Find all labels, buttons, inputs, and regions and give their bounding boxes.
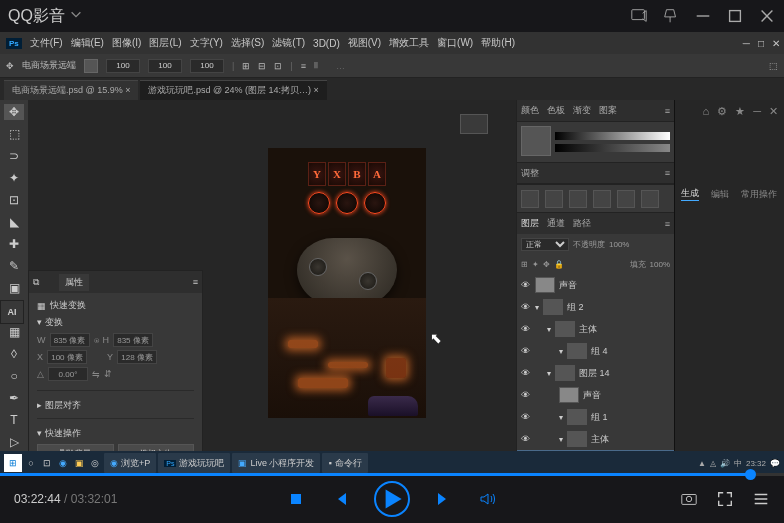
visibility-icon[interactable]: 👁 (519, 345, 531, 357)
distribute-icon[interactable]: ⫴ (314, 60, 318, 71)
prev-button[interactable] (330, 489, 350, 509)
lock-icon[interactable]: ✥ (543, 260, 550, 269)
path-tool[interactable]: ▷ (4, 434, 24, 450)
visibility-icon[interactable]: 👁 (519, 301, 531, 313)
adjustment-preset[interactable] (521, 190, 539, 208)
taskbar-item[interactable]: Ps游戏玩玩吧 (158, 453, 230, 473)
y-input[interactable] (117, 350, 157, 364)
visibility-icon[interactable]: 👁 (519, 411, 531, 423)
pattern-tab[interactable]: 图案 (599, 104, 617, 117)
start-button[interactable]: ⊞ (4, 454, 22, 472)
tool-preset-icon[interactable]: ✥ (6, 61, 14, 71)
menu-item[interactable]: 3D(D) (313, 38, 340, 49)
align-icon[interactable]: ⊟ (258, 61, 266, 71)
explorer-icon[interactable]: ▣ (72, 456, 86, 470)
opt-input[interactable] (190, 59, 224, 73)
chevron-icon[interactable]: ▾ (535, 303, 539, 312)
angle-input[interactable] (48, 367, 88, 381)
marquee-tool[interactable]: ⬚ (4, 126, 24, 142)
pin-icon[interactable] (662, 7, 680, 25)
flip-h-icon[interactable]: ⇋ (92, 369, 100, 379)
notification-icon[interactable]: 💬 (770, 459, 780, 468)
menu-item[interactable]: 文字(Y) (190, 36, 223, 50)
far-tab[interactable]: 编辑 (711, 188, 729, 201)
gradient-tool[interactable]: ▦ (4, 324, 24, 340)
star-icon[interactable]: ★ (735, 105, 745, 118)
stop-button[interactable] (286, 489, 306, 509)
panel-dock-icon[interactable]: ⧉ (33, 277, 39, 288)
panel-menu-icon[interactable]: ≡ (665, 168, 670, 178)
taskbar-item[interactable]: ▣Live 小程序开发 (232, 453, 320, 473)
inner-maximize-icon[interactable]: □ (758, 38, 764, 49)
adjustment-preset[interactable] (617, 190, 635, 208)
chevron-icon[interactable]: ▾ (559, 413, 563, 422)
move-tool[interactable]: ✥ (4, 104, 24, 120)
chevron-icon[interactable]: ▾ (559, 347, 563, 356)
layer-row[interactable]: 👁声音 (517, 274, 674, 296)
snapshot-button[interactable] (680, 490, 698, 508)
properties-tab[interactable]: 属性 (59, 274, 89, 291)
menu-item[interactable]: 图层(L) (149, 36, 181, 50)
opt-input[interactable] (106, 59, 140, 73)
lock-icon[interactable]: ✦ (532, 260, 539, 269)
blur-tool[interactable]: ◊ (4, 346, 24, 362)
visibility-icon[interactable]: 👁 (519, 323, 531, 335)
x-input[interactable] (47, 350, 87, 364)
navigator-thumb[interactable] (460, 114, 488, 134)
visibility-icon[interactable]: 👁 (519, 433, 531, 445)
visibility-icon[interactable]: 👁 (519, 389, 531, 401)
fill-value[interactable]: 100% (650, 260, 670, 269)
minimize-icon[interactable] (694, 7, 712, 25)
menu-item[interactable]: 帮助(H) (481, 36, 515, 50)
document-tab[interactable]: 游戏玩玩吧.psd @ 24% (图层 14:拷贝…) × (140, 80, 326, 100)
menu-item[interactable]: 视图(V) (348, 36, 381, 50)
layers-tab[interactable]: 图层 (521, 217, 539, 230)
menu-item[interactable]: 增效工具 (389, 36, 429, 50)
link-icon[interactable]: ⍟ (94, 335, 99, 345)
playlist-button[interactable] (752, 490, 770, 508)
lasso-tool[interactable]: ⊃ (4, 148, 24, 164)
canvas[interactable]: Y X B A (268, 148, 426, 418)
pen-tool[interactable]: ✒ (4, 390, 24, 406)
3d-mode-icon[interactable]: ⬚ (769, 61, 778, 71)
dodge-tool[interactable]: ○ (4, 368, 24, 384)
panel-menu-icon[interactable]: ≡ (193, 277, 198, 287)
close-icon[interactable]: ✕ (769, 105, 778, 118)
close-icon[interactable] (758, 7, 776, 25)
color-tab[interactable]: 颜色 (521, 104, 539, 117)
maximize-icon[interactable] (726, 7, 744, 25)
eyedropper-tool[interactable]: ◣ (4, 214, 24, 230)
menu-item[interactable]: 编辑(E) (71, 36, 104, 50)
chrome-icon[interactable]: ◎ (88, 456, 102, 470)
align-icon[interactable]: ⊞ (242, 61, 250, 71)
hue-slider[interactable] (555, 132, 670, 140)
heal-tool[interactable]: ✚ (4, 236, 24, 252)
canvas-area[interactable]: Y X B A ⬉ (28, 100, 516, 475)
layer-row[interactable]: 👁▾组 2 (517, 296, 674, 318)
ime-icon[interactable]: 中 (734, 458, 742, 469)
volume-icon[interactable]: 🔊 (720, 459, 730, 468)
menu-item[interactable]: 文件(F) (30, 36, 63, 50)
foreground-swatch[interactable] (521, 126, 551, 156)
wifi-icon[interactable]: ◬ (710, 459, 716, 468)
far-tab[interactable]: 常用操作 (741, 188, 777, 201)
layer-row[interactable]: 👁▾主体 (517, 318, 674, 340)
flip-v-icon[interactable]: ⇵ (104, 369, 112, 379)
cast-icon[interactable] (630, 7, 648, 25)
crop-tool[interactable]: ⊡ (4, 192, 24, 208)
lock-icon[interactable]: ⊞ (521, 260, 528, 269)
home-icon[interactable]: ⌂ (703, 105, 710, 117)
panel-menu-icon[interactable]: ≡ (665, 219, 670, 229)
search-icon[interactable]: ○ (24, 456, 38, 470)
tray-icon[interactable]: ▲ (698, 459, 706, 468)
distribute-icon[interactable]: ≡ (301, 61, 306, 71)
taskbar-item[interactable]: ◉浏览+P (104, 453, 156, 473)
width-input[interactable] (50, 333, 90, 347)
menu-item[interactable]: 窗口(W) (437, 36, 473, 50)
volume-button[interactable] (478, 489, 498, 509)
menu-item[interactable]: 选择(S) (231, 36, 264, 50)
chevron-icon[interactable]: ▾ (547, 325, 551, 334)
swatches-tab[interactable]: 色板 (547, 104, 565, 117)
menu-item[interactable]: 图像(I) (112, 36, 141, 50)
edge-icon[interactable]: ◉ (56, 456, 70, 470)
